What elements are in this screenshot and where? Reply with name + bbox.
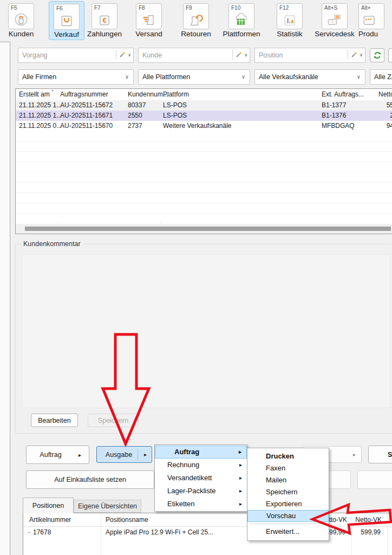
comment-textarea[interactable]	[22, 254, 390, 408]
cell-auftrag: AU-202511-15672	[60, 100, 113, 111]
menu-item-label: Erweitert...	[266, 527, 299, 535]
edit-comment-button[interactable]: Bearbeiten	[31, 414, 78, 427]
collapsed-side-panel[interactable]	[0, 42, 10, 555]
toolbar-item-servicedesk[interactable]: Alt+S Servicedesk	[312, 1, 357, 39]
partial-button-right[interactable]	[357, 470, 392, 489]
statistik-button-box[interactable]: F12	[277, 3, 303, 29]
toolbar-item-statistik[interactable]: F12 Statistik	[272, 1, 308, 39]
cell-kunde: 80337	[128, 100, 146, 111]
filter-wand-icon[interactable]	[235, 51, 243, 59]
filter-dropdown-caret[interactable]: ∨	[128, 53, 131, 57]
button-label: Auf Einkaufsliste setzen	[54, 476, 126, 483]
cell-plattform: LS-POS	[163, 100, 187, 111]
search-input-vorgang[interactable]: Vorgang ∨	[18, 48, 134, 63]
menu-item-exportieren[interactable]: Exportieren	[247, 498, 329, 510]
menu-item-faxen[interactable]: Faxen	[247, 462, 329, 474]
column-header[interactable]: Netto-VK	[355, 516, 382, 524]
cell-netto: 2	[390, 111, 392, 121]
toolbar-item-zahlungen[interactable]: F7 € Zahlungen	[84, 1, 125, 39]
toolbar-item-produkte[interactable]: Alt+ Produ	[358, 1, 392, 39]
fkey-label: F7	[94, 5, 101, 11]
verkauf-button-box[interactable]: F6	[54, 4, 80, 30]
menu-item-label: Exportieren	[266, 500, 302, 508]
cell-erstellt: 21.11.2025 1...	[19, 111, 62, 121]
scrollbar-thumb[interactable]	[25, 227, 391, 231]
menu-separator	[250, 524, 326, 524]
search-placeholder: Vorgang	[22, 51, 48, 59]
toolbar-item-versand[interactable]: F8 Versand	[132, 1, 166, 39]
toolbar-item-verkauf[interactable]: F6 Verkauf	[49, 1, 84, 40]
menu-item-versandetikett[interactable]: Versandetikett ▸	[155, 472, 247, 485]
column-header[interactable]: Netto-Auf...	[378, 89, 392, 100]
menu-item-vorschau[interactable]: Vorschau	[247, 510, 329, 522]
partial-toolbutton[interactable]	[388, 48, 392, 62]
filter-dropdown-caret[interactable]: ∨	[244, 53, 247, 57]
column-header[interactable]: Erstellt am	[19, 89, 50, 100]
dropdown-verkaufskanaele[interactable]: Alle Verkaufskanäle ∨	[254, 69, 365, 85]
table-row-selected[interactable]: 21.11.2025 1... AU-202511-15671 2550 LS-…	[16, 111, 392, 121]
cell-plattform: Weitere Verkaufskanäle	[163, 121, 232, 131]
search-input-kunde[interactable]: Kunde ∨	[138, 48, 250, 63]
table-row[interactable]: − 17678 Apple iPad Pro 12.9 Wi-Fi + Cell…	[23, 527, 392, 538]
menu-item-label: Speichern	[266, 488, 298, 496]
right-partial-button[interactable]: S	[368, 446, 392, 463]
toolbar-label: Verkauf	[49, 30, 84, 38]
toolbar-item-kunden[interactable]: F5 Kunden	[4, 1, 38, 39]
column-header[interactable]: Plattform	[163, 89, 189, 100]
statistics-chart-icon	[282, 12, 297, 28]
filter-wand-icon[interactable]	[350, 51, 358, 59]
menu-item-etiketten[interactable]: Etiketten ▸	[155, 498, 247, 511]
toolbar-item-plattformen[interactable]: F10 Plattformen	[220, 1, 263, 39]
versand-button-box[interactable]: F8	[136, 3, 162, 29]
search-input-position[interactable]: Position ∨	[254, 48, 365, 63]
zahlungen-button-box[interactable]: F7 €	[92, 3, 117, 29]
column-header[interactable]: Ext. Auftrags...	[322, 89, 364, 100]
dropdown-plattformen[interactable]: Alle Plattformen ∨	[138, 69, 250, 85]
toolbar-item-retouren[interactable]: F9 Retouren	[177, 1, 215, 39]
dropdown-zahlungsarten[interactable]: Alle Za	[370, 69, 392, 85]
table-row[interactable]: 21.11.2025 0... AU-202511-15670 2737 Wei…	[16, 121, 392, 131]
split-arrow-icon[interactable]: ▸	[144, 451, 147, 457]
dropdown-value: Alle Firmen	[22, 73, 56, 81]
toolbar-label: Zahlungen	[84, 30, 125, 38]
tab-positionen[interactable]: Positionen	[23, 498, 74, 513]
menu-item-auftrag[interactable]: Auftrag ▸	[155, 446, 247, 459]
menu-item-lager-packliste[interactable]: Lager-Packliste ▸	[155, 485, 247, 498]
menu-item-erweitert[interactable]: Erweitert...	[247, 526, 329, 538]
menu-item-speichern[interactable]: Speichern	[247, 486, 329, 498]
toolbar-label: Plattformen	[220, 30, 263, 38]
menu-item-rechnung[interactable]: Rechnung ▸	[155, 459, 247, 472]
tab-eigene-uebersichten[interactable]: Eigene Übersichten	[74, 500, 141, 513]
refresh-button[interactable]	[370, 48, 384, 62]
cell-ext: B1-1377	[322, 100, 346, 111]
menu-item-label: Mailen	[266, 476, 286, 484]
plattformen-button-box[interactable]: F10	[228, 3, 254, 29]
button-label: Auftrag	[40, 451, 61, 459]
column-header[interactable]: Auftragsnummer	[60, 89, 108, 100]
column-header[interactable]: Artikelnummer	[29, 516, 71, 524]
produkte-button-box[interactable]: Alt+	[358, 3, 384, 29]
filter-dropdown-caret[interactable]: ∨	[360, 53, 363, 57]
shipping-icon	[141, 12, 156, 28]
auftrag-split-button[interactable]: Auftrag ▸	[26, 446, 89, 464]
divider	[348, 50, 349, 59]
retouren-button-box[interactable]: F9	[183, 3, 209, 29]
servicedesk-button-box[interactable]: Alt+S	[322, 3, 348, 29]
dropdown-firmen[interactable]: Alle Firmen ∨	[18, 69, 134, 85]
einkaufsliste-button[interactable]: Auf Einkaufsliste setzen	[26, 470, 154, 489]
column-header[interactable]: Positionsname	[106, 516, 148, 524]
split-arrow-icon[interactable]: ▸	[353, 451, 356, 457]
split-arrow-icon[interactable]: ▸	[79, 452, 81, 458]
save-comment-button[interactable]: Speichern	[88, 414, 139, 427]
filter-wand-icon[interactable]	[119, 51, 126, 59]
tree-collapse-icon[interactable]: −	[27, 528, 31, 536]
cell-ext: MFBDGAQ	[322, 121, 355, 131]
kunden-button-box[interactable]: F5	[8, 3, 34, 29]
column-header[interactable]: Kundennum...	[128, 89, 168, 100]
cell-erstellt: 21.11.2025 0...	[19, 121, 62, 131]
horizontal-scrollbar[interactable]	[16, 224, 392, 234]
table-row[interactable]: 21.11.2025 1... AU-202511-15672 80337 LS…	[16, 100, 392, 111]
ausgabe-split-button[interactable]: Ausgabe ▸	[96, 446, 152, 463]
menu-item-mailen[interactable]: Mailen	[247, 474, 329, 486]
menu-item-drucken[interactable]: Drucken	[247, 450, 329, 462]
